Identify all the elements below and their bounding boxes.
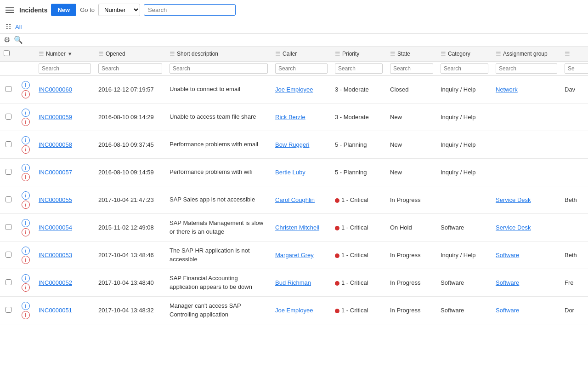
info-icon-red[interactable]: i [22, 283, 30, 292]
caller-link[interactable]: Rick Berzle [275, 114, 305, 121]
row-number[interactable]: INC0000060 [35, 83, 95, 96]
row-caller[interactable]: Margaret Grey [271, 249, 331, 261]
row-number[interactable]: INC0000058 [35, 138, 95, 151]
incident-number-link[interactable]: INC0000057 [39, 169, 72, 176]
assignment-link[interactable]: Software [496, 307, 519, 314]
row-assignment[interactable]: Network [492, 83, 561, 96]
row-checkbox[interactable] [6, 86, 11, 92]
row-assignment[interactable]: Service Desk [492, 194, 561, 206]
col-header-number[interactable]: ☰ Number ▼ [35, 48, 95, 60]
info-icon-blue[interactable]: i [22, 81, 30, 89]
search-assignment-input[interactable] [496, 63, 557, 74]
assignment-link[interactable]: Software [496, 279, 519, 286]
col-header-state[interactable]: ☰ State [386, 48, 437, 60]
row-checkbox[interactable] [6, 224, 11, 230]
row-checkbox[interactable] [6, 196, 11, 202]
row-checkbox[interactable] [6, 141, 11, 147]
row-number[interactable]: INC0000054 [35, 221, 95, 234]
incident-number-link[interactable]: INC0000055 [39, 196, 72, 203]
info-icon-red[interactable]: i [22, 173, 30, 181]
row-caller[interactable]: Joe Employee [271, 83, 331, 96]
row-number[interactable]: INC0000059 [35, 111, 95, 123]
row-caller[interactable]: Bertie Luby [271, 166, 331, 178]
search-extra-input[interactable] [565, 63, 588, 74]
info-icon-blue[interactable]: i [22, 191, 30, 200]
row-checkbox-cell[interactable] [0, 138, 17, 152]
caller-link[interactable]: Bertie Luby [275, 169, 305, 176]
col-header-caller[interactable]: ☰ Caller [271, 48, 331, 60]
caller-link[interactable]: Carol Coughlin [275, 196, 315, 203]
row-checkbox-cell[interactable] [0, 276, 17, 290]
col-header-priority[interactable]: ☰ Priority [331, 48, 386, 60]
row-checkbox[interactable] [6, 307, 11, 313]
row-assignment[interactable]: Software [492, 304, 561, 316]
row-checkbox[interactable] [6, 279, 11, 285]
search-icon[interactable]: 🔍 [14, 35, 23, 44]
row-checkbox-cell[interactable] [0, 193, 17, 207]
filter-icon[interactable]: ☷ [6, 23, 11, 30]
row-assignment[interactable]: Software [492, 276, 561, 289]
caller-link[interactable]: Bow Ruggeri [275, 141, 309, 148]
info-icon-red[interactable]: i [22, 118, 30, 126]
row-number[interactable]: INC0000055 [35, 194, 95, 206]
incident-number-link[interactable]: INC0000058 [39, 141, 72, 148]
info-icon-red[interactable]: i [22, 201, 30, 209]
row-number[interactable]: INC0000052 [35, 276, 95, 289]
row-checkbox-cell[interactable] [0, 165, 17, 180]
select-all-check[interactable] [0, 46, 17, 61]
assignment-link[interactable]: Software [496, 252, 519, 259]
caller-link[interactable]: Joe Employee [275, 86, 313, 93]
col-header-category[interactable]: ☰ Category [437, 48, 492, 60]
row-checkbox[interactable] [6, 114, 11, 120]
search-shortdesc-input[interactable] [170, 63, 268, 74]
incident-number-link[interactable]: INC0000059 [39, 114, 72, 121]
select-all-checkbox[interactable] [4, 50, 10, 56]
row-caller[interactable]: Bow Ruggeri [271, 138, 331, 151]
row-checkbox[interactable] [6, 169, 11, 175]
row-assignment[interactable] [492, 170, 561, 175]
info-icon-blue[interactable]: i [22, 109, 30, 117]
info-icon-red[interactable]: i [22, 256, 30, 264]
col-header-opened[interactable]: ☰ Opened [95, 48, 166, 60]
gear-icon[interactable]: ⚙ [4, 35, 10, 44]
assignment-link[interactable]: Service Desk [496, 196, 531, 203]
search-opened-input[interactable] [98, 63, 162, 74]
row-caller[interactable]: Carol Coughlin [271, 194, 331, 206]
caller-link[interactable]: Margaret Grey [275, 252, 314, 259]
hamburger-button[interactable] [4, 6, 16, 15]
incident-number-link[interactable]: INC0000060 [39, 86, 72, 93]
incident-number-link[interactable]: INC0000053 [39, 252, 72, 259]
row-checkbox[interactable] [6, 252, 11, 258]
row-assignment[interactable]: Software [492, 249, 561, 261]
info-icon-blue[interactable]: i [22, 136, 30, 144]
search-category-input[interactable] [441, 63, 488, 74]
row-assignment[interactable]: Service Desk [492, 221, 561, 234]
search-input-top[interactable] [144, 4, 236, 16]
caller-link[interactable]: Joe Employee [275, 307, 313, 314]
info-icon-red[interactable]: i [22, 311, 30, 319]
row-number[interactable]: INC0000057 [35, 166, 95, 178]
info-icon-red[interactable]: i [22, 145, 30, 154]
info-icon-blue[interactable]: i [22, 302, 30, 310]
info-icon-blue[interactable]: i [22, 247, 30, 255]
assignment-link[interactable]: Network [496, 86, 518, 93]
row-caller[interactable]: Christen Mitchell [271, 221, 331, 234]
incident-number-link[interactable]: INC0000054 [39, 224, 72, 231]
row-checkbox-cell[interactable] [0, 303, 17, 318]
row-assignment[interactable] [492, 142, 561, 148]
col-header-assignment[interactable]: ☰ Assignment group [492, 48, 561, 60]
caller-link[interactable]: Bud Richman [275, 279, 311, 286]
search-state-input[interactable] [390, 63, 433, 74]
search-caller-input[interactable] [275, 63, 328, 74]
search-number-input[interactable] [39, 63, 91, 74]
info-icon-red[interactable]: i [22, 228, 30, 236]
info-icon-blue[interactable]: i [22, 274, 30, 282]
info-icon-blue[interactable]: i [22, 164, 30, 172]
row-caller[interactable]: Joe Employee [271, 304, 331, 316]
row-assignment[interactable] [492, 115, 561, 120]
col-header-extra[interactable]: ☰ [561, 48, 588, 60]
search-priority-input[interactable] [335, 63, 383, 74]
row-number[interactable]: INC0000051 [35, 304, 95, 316]
all-filter-link[interactable]: All [15, 23, 22, 30]
info-icon-blue[interactable]: i [22, 219, 30, 227]
